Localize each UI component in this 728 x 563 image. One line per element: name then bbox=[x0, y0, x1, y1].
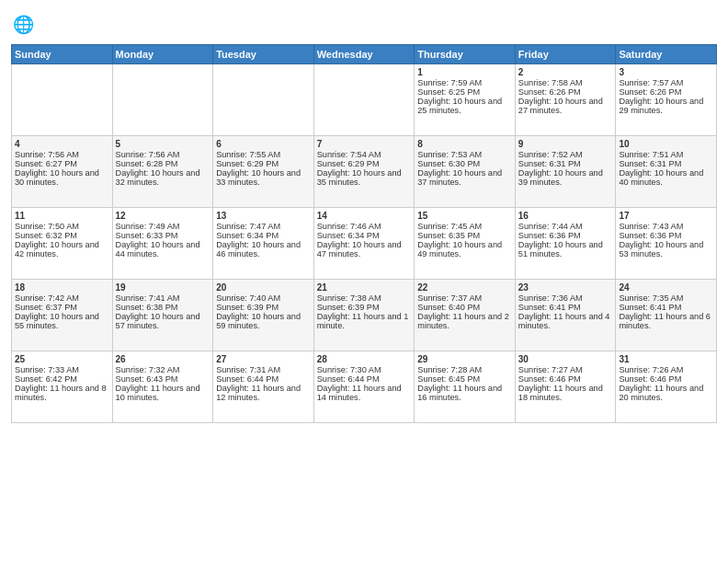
cell-text: Daylight: 10 hours and 32 minutes. bbox=[116, 168, 210, 187]
calendar-cell: 16Sunrise: 7:44 AMSunset: 6:36 PMDayligh… bbox=[515, 208, 616, 280]
day-number: 11 bbox=[15, 211, 109, 221]
day-number: 24 bbox=[619, 282, 713, 293]
cell-text: Daylight: 10 hours and 39 minutes. bbox=[518, 168, 613, 187]
cell-text: Sunrise: 7:46 AM bbox=[317, 222, 412, 231]
cell-text: Daylight: 10 hours and 49 minutes. bbox=[417, 240, 512, 259]
cell-text: Sunrise: 7:50 AM bbox=[15, 222, 109, 231]
cell-text: Daylight: 10 hours and 55 minutes. bbox=[15, 312, 109, 330]
day-number: 26 bbox=[116, 354, 210, 364]
cell-text: Sunrise: 7:52 AM bbox=[518, 150, 613, 159]
cell-text: Sunset: 6:37 PM bbox=[15, 303, 109, 312]
calendar-cell: 1Sunrise: 7:59 AMSunset: 6:25 PMDaylight… bbox=[415, 64, 516, 136]
cell-text: Sunset: 6:39 PM bbox=[317, 303, 412, 312]
cell-text: Sunset: 6:29 PM bbox=[317, 159, 412, 168]
cell-text: Sunset: 6:40 PM bbox=[417, 303, 512, 312]
svg-text:🌐: 🌐 bbox=[13, 14, 35, 35]
cell-text: Sunrise: 7:36 AM bbox=[518, 293, 613, 303]
cell-text: Sunrise: 7:43 AM bbox=[619, 222, 713, 231]
cell-text: Sunrise: 7:30 AM bbox=[317, 365, 412, 374]
cell-text: Daylight: 11 hours and 18 minutes. bbox=[518, 384, 613, 402]
cell-text: Daylight: 10 hours and 25 minutes. bbox=[417, 97, 512, 115]
day-number: 12 bbox=[116, 211, 210, 221]
cell-text: Sunrise: 7:51 AM bbox=[619, 150, 713, 159]
day-number: 8 bbox=[417, 139, 512, 149]
cell-text: Daylight: 10 hours and 29 minutes. bbox=[619, 97, 713, 115]
cell-text: Sunset: 6:36 PM bbox=[619, 231, 713, 240]
cell-text: Sunset: 6:45 PM bbox=[417, 374, 512, 384]
cell-text: Daylight: 11 hours and 20 minutes. bbox=[619, 384, 713, 402]
cell-text: Sunrise: 7:49 AM bbox=[116, 222, 210, 231]
cell-text: Sunset: 6:35 PM bbox=[417, 231, 512, 240]
cell-text: Daylight: 10 hours and 42 minutes. bbox=[15, 240, 109, 259]
calendar-cell: 2Sunrise: 7:58 AMSunset: 6:26 PMDaylight… bbox=[515, 64, 616, 136]
cell-text: Daylight: 11 hours and 8 minutes. bbox=[15, 384, 109, 402]
day-number: 13 bbox=[216, 211, 311, 221]
calendar-cell: 21Sunrise: 7:38 AMSunset: 6:39 PMDayligh… bbox=[313, 280, 415, 351]
cell-text: Sunrise: 7:57 AM bbox=[619, 78, 713, 87]
cell-text: Sunset: 6:25 PM bbox=[417, 87, 512, 97]
cell-text: Sunrise: 7:37 AM bbox=[417, 293, 512, 303]
day-header-friday: Friday bbox=[515, 45, 616, 64]
cell-text: Sunrise: 7:42 AM bbox=[15, 293, 109, 303]
calendar-cell: 9Sunrise: 7:52 AMSunset: 6:31 PMDaylight… bbox=[515, 136, 616, 208]
day-number: 9 bbox=[518, 139, 613, 149]
calendar-cell: 22Sunrise: 7:37 AMSunset: 6:40 PMDayligh… bbox=[415, 280, 516, 351]
day-header-wednesday: Wednesday bbox=[313, 45, 415, 64]
cell-text: Sunset: 6:43 PM bbox=[116, 374, 210, 384]
calendar-cell: 23Sunrise: 7:36 AMSunset: 6:41 PMDayligh… bbox=[515, 280, 616, 351]
cell-text: Daylight: 11 hours and 4 minutes. bbox=[518, 312, 613, 330]
cell-text: Sunset: 6:31 PM bbox=[518, 159, 613, 168]
day-number: 16 bbox=[518, 211, 613, 221]
cell-text: Sunset: 6:46 PM bbox=[518, 374, 613, 384]
calendar-cell bbox=[213, 64, 314, 136]
cell-text: Daylight: 10 hours and 33 minutes. bbox=[216, 168, 311, 187]
calendar-cell: 14Sunrise: 7:46 AMSunset: 6:34 PMDayligh… bbox=[313, 208, 415, 280]
day-number: 15 bbox=[417, 211, 512, 221]
day-header-monday: Monday bbox=[112, 45, 213, 64]
cell-text: Daylight: 10 hours and 40 minutes. bbox=[619, 168, 713, 187]
cell-text: Sunset: 6:41 PM bbox=[619, 303, 713, 312]
calendar-cell: 25Sunrise: 7:33 AMSunset: 6:42 PMDayligh… bbox=[12, 351, 113, 423]
cell-text: Sunrise: 7:45 AM bbox=[417, 222, 512, 231]
cell-text: Daylight: 10 hours and 35 minutes. bbox=[317, 168, 412, 187]
week-row-3: 11Sunrise: 7:50 AMSunset: 6:32 PMDayligh… bbox=[12, 208, 717, 280]
cell-text: Sunrise: 7:59 AM bbox=[417, 78, 512, 87]
day-number: 28 bbox=[317, 354, 412, 364]
logo: 🌐 bbox=[11, 13, 40, 39]
cell-text: Sunset: 6:29 PM bbox=[216, 159, 311, 168]
cell-text: Daylight: 11 hours and 6 minutes. bbox=[619, 312, 713, 330]
cell-text: Daylight: 11 hours and 10 minutes. bbox=[116, 384, 210, 402]
calendar-cell: 3Sunrise: 7:57 AMSunset: 6:26 PMDaylight… bbox=[616, 64, 717, 136]
cell-text: Sunrise: 7:27 AM bbox=[518, 365, 613, 374]
cell-text: Sunrise: 7:38 AM bbox=[317, 293, 412, 303]
day-number: 30 bbox=[518, 354, 613, 364]
day-number: 23 bbox=[518, 282, 613, 293]
cell-text: Sunset: 6:42 PM bbox=[15, 374, 109, 384]
calendar-cell: 6Sunrise: 7:55 AMSunset: 6:29 PMDaylight… bbox=[213, 136, 314, 208]
cell-text: Sunset: 6:44 PM bbox=[216, 374, 311, 384]
day-header-sunday: Sunday bbox=[12, 45, 113, 64]
cell-text: Sunset: 6:41 PM bbox=[518, 303, 613, 312]
day-number: 1 bbox=[417, 67, 512, 77]
cell-text: Sunrise: 7:54 AM bbox=[317, 150, 412, 159]
cell-text: Sunset: 6:27 PM bbox=[15, 159, 109, 168]
cell-text: Daylight: 11 hours and 12 minutes. bbox=[216, 384, 311, 402]
calendar-cell: 10Sunrise: 7:51 AMSunset: 6:31 PMDayligh… bbox=[616, 136, 717, 208]
calendar-cell: 4Sunrise: 7:56 AMSunset: 6:27 PMDaylight… bbox=[12, 136, 113, 208]
calendar-cell: 19Sunrise: 7:41 AMSunset: 6:38 PMDayligh… bbox=[112, 280, 213, 351]
cell-text: Daylight: 10 hours and 53 minutes. bbox=[619, 240, 713, 259]
calendar-cell: 13Sunrise: 7:47 AMSunset: 6:34 PMDayligh… bbox=[213, 208, 314, 280]
calendar-cell: 20Sunrise: 7:40 AMSunset: 6:39 PMDayligh… bbox=[213, 280, 314, 351]
cell-text: Daylight: 10 hours and 44 minutes. bbox=[116, 240, 210, 259]
cell-text: Sunrise: 7:33 AM bbox=[15, 365, 109, 374]
cell-text: Sunset: 6:33 PM bbox=[116, 231, 210, 240]
day-number: 29 bbox=[417, 354, 512, 364]
cell-text: Sunrise: 7:44 AM bbox=[518, 222, 613, 231]
calendar-cell: 5Sunrise: 7:56 AMSunset: 6:28 PMDaylight… bbox=[112, 136, 213, 208]
calendar-cell: 15Sunrise: 7:45 AMSunset: 6:35 PMDayligh… bbox=[415, 208, 516, 280]
calendar-cell: 31Sunrise: 7:26 AMSunset: 6:46 PMDayligh… bbox=[616, 351, 717, 423]
cell-text: Daylight: 10 hours and 59 minutes. bbox=[216, 312, 311, 330]
calendar-cell: 24Sunrise: 7:35 AMSunset: 6:41 PMDayligh… bbox=[616, 280, 717, 351]
cell-text: Sunrise: 7:56 AM bbox=[15, 150, 109, 159]
calendar-cell: 11Sunrise: 7:50 AMSunset: 6:32 PMDayligh… bbox=[12, 208, 113, 280]
